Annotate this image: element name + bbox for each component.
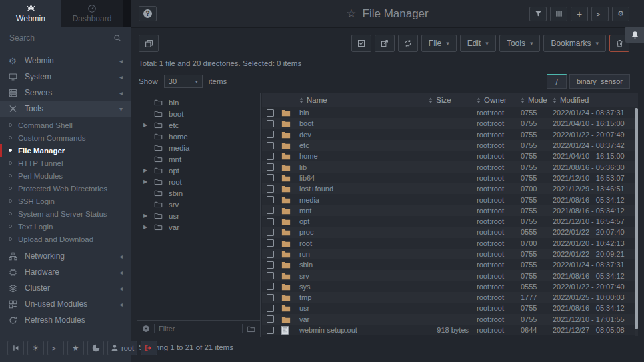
file-row-root[interactable]: rootroot:root07002022/01/20 - 10:42:13 <box>262 238 638 249</box>
sidebar-item-perl-modules[interactable]: Perl Modules <box>0 169 131 182</box>
copy-path-button[interactable] <box>139 35 159 52</box>
column-header-modified[interactable]: Modified <box>550 96 638 104</box>
row-checkbox[interactable] <box>267 196 274 203</box>
file-row-tmp[interactable]: tmproot:root17772022/01/25 - 10:00:03 <box>262 292 638 303</box>
tree-item-bin[interactable]: bin <box>137 97 260 108</box>
row-checkbox[interactable] <box>267 315 274 323</box>
sidebar-item-http-tunnel[interactable]: HTTP Tunnel <box>0 157 131 169</box>
sidebar-item-file-manager[interactable]: File Manager <box>0 144 131 157</box>
file-row-lib[interactable]: libroot:root07552021/08/16 - 05:36:30 <box>262 161 638 172</box>
file-row-sbin[interactable]: sbinroot:root07552022/01/24 - 08:37:31 <box>262 259 638 270</box>
topbar-terminal-button[interactable]: >_ <box>591 7 609 21</box>
sidebar-item-system-and-server-status[interactable]: System and Server Status <box>0 207 131 220</box>
file-row-run[interactable]: runroot:root07552022/01/22 - 20:09:21 <box>262 249 638 259</box>
row-checkbox[interactable] <box>267 185 274 193</box>
sidebar-item-un-used-modules[interactable]: Un-used Modules◂ <box>0 296 131 312</box>
expand-arrow-icon[interactable]: ▶ <box>143 224 154 230</box>
row-checkbox[interactable] <box>267 239 274 247</box>
tree-item-root[interactable]: ▶root <box>137 176 260 187</box>
tree-item-opt[interactable]: ▶opt <box>137 165 260 176</box>
tab-dashboard[interactable]: Dashboard <box>61 0 123 27</box>
file-row-sys[interactable]: sysroot:root05552022/01/22 - 20:07:40 <box>262 281 638 292</box>
column-header-mode[interactable]: Mode <box>517 96 550 104</box>
sidebar-item-text-login[interactable]: Text Login <box>0 220 131 233</box>
collapse-sidebar-button[interactable] <box>7 341 24 355</box>
file-row-proc[interactable]: procroot:root05552022/01/22 - 20:07:40 <box>262 227 638 237</box>
expand-arrow-icon[interactable]: ▶ <box>143 213 154 219</box>
topbar-gear-button[interactable]: ⚙ <box>612 7 629 21</box>
logout-button[interactable] <box>141 341 157 355</box>
sidebar-item-networking[interactable]: Networking◂ <box>0 248 131 264</box>
file-row-etc[interactable]: etcroot:root07552022/01/24 - 08:37:42 <box>262 140 638 151</box>
language-globe-button[interactable] <box>87 341 104 355</box>
user-button[interactable]: root <box>107 341 137 355</box>
row-checkbox[interactable] <box>267 251 274 258</box>
tree-item-usr[interactable]: ▶usr <box>137 210 260 221</box>
sidebar-item-command-shell[interactable]: Command Shell <box>0 119 131 131</box>
tree-item-var[interactable]: ▶var <box>137 221 260 233</box>
clear-filter-icon[interactable] <box>142 325 150 333</box>
search-input[interactable] <box>9 33 113 43</box>
menu-edit[interactable]: Edit▾ <box>460 35 496 52</box>
file-row-lib64[interactable]: lib64root:root07552021/12/10 - 16:53:07 <box>262 173 638 183</box>
menu-file[interactable]: File▾ <box>421 35 457 52</box>
sidebar-item-servers[interactable]: Servers◂ <box>0 85 131 101</box>
row-checkbox[interactable] <box>267 272 274 279</box>
row-checkbox[interactable] <box>267 207 274 214</box>
file-row-boot[interactable]: bootroot:root07552021/04/10 - 16:15:00 <box>262 118 638 129</box>
row-checkbox[interactable] <box>267 229 274 236</box>
scrollbar-thumb[interactable] <box>635 108 638 329</box>
column-header-size[interactable]: Size <box>411 96 469 104</box>
file-row-mnt[interactable]: mntroot:root07552021/08/16 - 05:34:12 <box>262 205 638 216</box>
select-all-button[interactable] <box>351 35 371 52</box>
notifications-tab[interactable] <box>625 27 644 43</box>
file-row-dev[interactable]: devroot:root07552022/01/22 - 20:07:49 <box>262 129 638 140</box>
file-row-webmin-setup-out[interactable]: webmin-setup.out918 bytesroot:root064420… <box>262 325 638 335</box>
filter-input[interactable] <box>159 325 238 333</box>
file-row-usr[interactable]: usrroot:root07552021/08/16 - 05:34:12 <box>262 303 638 313</box>
expand-arrow-icon[interactable]: ▶ <box>143 167 154 173</box>
folder-select-icon[interactable] <box>247 325 255 333</box>
sidebar-item-upload-and-download[interactable]: Upload and Download <box>0 233 131 245</box>
expand-arrow-icon[interactable]: ▶ <box>143 179 154 185</box>
terminal-button[interactable]: >_ <box>47 341 64 355</box>
column-header-owner[interactable]: Owner <box>469 96 517 104</box>
file-row-srv[interactable]: srvroot:root07552021/08/16 - 05:34:12 <box>262 270 638 281</box>
help-button[interactable]: ? <box>139 6 157 21</box>
menu-bookmarks[interactable]: Bookmarks▾ <box>543 35 606 52</box>
tree-item-srv[interactable]: srv <box>137 199 260 210</box>
topbar-plus-button[interactable]: + <box>571 7 588 21</box>
row-checkbox[interactable] <box>267 305 274 312</box>
row-checkbox[interactable] <box>267 163 274 171</box>
breadcrumb-root[interactable]: / <box>547 74 567 89</box>
sidebar-item-refresh-modules[interactable]: Refresh Modules <box>0 312 131 328</box>
row-checkbox[interactable] <box>267 327 274 334</box>
tree-item-boot[interactable]: boot <box>137 108 260 119</box>
sidebar-item-custom-commands[interactable]: Custom Commands <box>0 131 131 144</box>
file-row-lost-found[interactable]: lost+foundroot:root07002021/12/29 - 13:4… <box>262 183 638 194</box>
sidebar-item-protected-web-directories[interactable]: Protected Web Directories <box>0 182 131 195</box>
topbar-columns-button[interactable] <box>550 7 567 21</box>
row-checkbox[interactable] <box>267 142 274 149</box>
file-row-media[interactable]: mediaroot:root07552021/08/16 - 05:34:12 <box>262 194 638 205</box>
tree-item-sbin[interactable]: sbin <box>137 187 260 199</box>
tab-webmin[interactable]: Webmin <box>0 0 61 27</box>
row-checkbox[interactable] <box>267 120 274 127</box>
search-icon[interactable] <box>113 34 121 42</box>
sidebar-item-hardware[interactable]: Hardware◂ <box>0 264 131 280</box>
tree-item-etc[interactable]: ▶etc <box>137 119 260 131</box>
favorites-star-button[interactable]: ★ <box>67 341 84 355</box>
row-checkbox[interactable] <box>267 294 274 301</box>
file-row-var[interactable]: varroot:root07552021/12/10 - 17:01:55 <box>262 314 638 325</box>
row-checkbox[interactable] <box>267 131 274 138</box>
topbar-filter-button[interactable] <box>529 7 547 21</box>
tree-item-mnt[interactable]: mnt <box>137 153 260 165</box>
sidebar-item-ssh-login[interactable]: SSH Login <box>0 195 131 207</box>
file-row-opt[interactable]: optroot:root07552021/12/10 - 16:54:57 <box>262 216 638 227</box>
sidebar-item-system[interactable]: System◂ <box>0 69 131 85</box>
column-header-name[interactable]: Name <box>299 96 411 104</box>
tree-item-media[interactable]: media <box>137 142 260 153</box>
refresh-button[interactable] <box>398 35 418 52</box>
menu-tools[interactable]: Tools▾ <box>499 35 541 52</box>
export-button[interactable] <box>375 35 395 52</box>
